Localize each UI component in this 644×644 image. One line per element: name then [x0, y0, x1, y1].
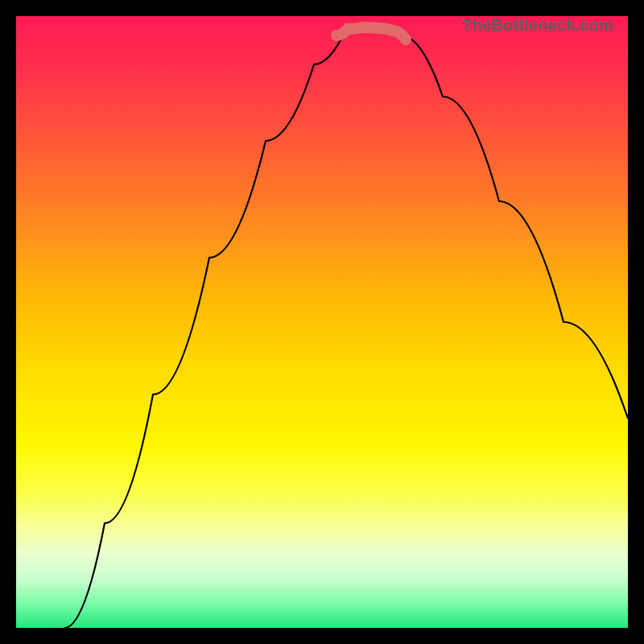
- chart-svg: [16, 16, 628, 628]
- canvas: TheBottleneck.com: [0, 0, 644, 644]
- bottleneck-curve: [64, 28, 628, 628]
- plot-area: TheBottleneck.com: [16, 16, 628, 628]
- trough-marker: [336, 27, 406, 39]
- watermark-text: TheBottleneck.com: [462, 16, 613, 35]
